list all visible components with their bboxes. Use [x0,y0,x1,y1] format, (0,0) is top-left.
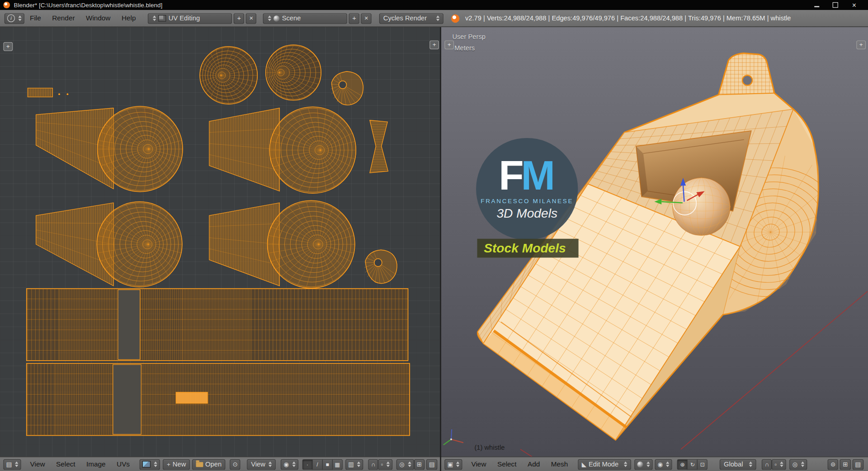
region-expand-icon[interactable]: + [444,40,454,49]
menu-image[interactable]: Image [81,461,111,468]
spinner-icon [456,461,459,467]
mode-dropdown[interactable]: ◣ Edit Mode [578,459,631,469]
title-bar: Blender* [C:\Users\franc\Desktop\whistle… [0,0,868,10]
snap-magnet-icon: ∩ [371,461,376,467]
editor-type-info-button[interactable]: i [5,13,24,24]
snap-target-button[interactable]: ▫ [772,459,786,469]
render-layers-button[interactable]: ▤ [852,459,863,469]
delete-layout-button[interactable]: × [246,13,256,24]
render-preview-button[interactable]: ⊚ [828,459,839,469]
scene-icon [274,15,279,21]
pivot-icon: ◉ [658,461,663,467]
spinner-icon [646,461,650,467]
menu-view[interactable]: View [466,461,491,468]
menu-view[interactable]: View [24,461,50,468]
menu-file[interactable]: File [24,14,47,22]
sticky-icon: ▥ [348,461,354,467]
spinner-icon [292,461,295,467]
uv-canvas[interactable] [0,27,440,457]
menu-window[interactable]: Window [80,14,116,22]
main-area: + + User Persp Meters (1) whistle FM FRA… [0,27,868,457]
snap-target-icon: ▫ [381,461,383,467]
render-icon: ⊚ [830,461,835,467]
spinner-icon [780,461,783,467]
manipulator-scale-button[interactable]: ⊡ [697,459,708,469]
menu-select[interactable]: Select [492,461,522,468]
translate-icon: ⊕ [680,461,685,467]
window-controls: × [807,0,863,10]
menu-select[interactable]: Select [51,461,81,468]
snap-toggle-button[interactable]: ∩ [368,459,378,469]
viewport-shading-button[interactable] [634,459,652,469]
uv-island-select-button[interactable]: ▦ [332,459,343,469]
face-select-icon: ■ [326,461,329,467]
watermark-badge: Stock Models [477,239,579,258]
folder-icon [196,462,203,467]
viewport-3d[interactable]: User Persp Meters (1) whistle FM FRANCES… [441,27,868,457]
pin-image-button[interactable]: ⊙ [230,459,241,469]
pivot-center-button[interactable]: ◉ [655,459,672,469]
menu-render[interactable]: Render [47,14,80,22]
screen-layout-value: UV Editing [169,14,200,22]
engine-value: Cycles Render [383,14,427,22]
spinner-icon [18,15,21,21]
render-engine-dropdown[interactable]: Cycles Render [379,13,443,24]
uv-face-select-button[interactable]: ■ [322,459,332,469]
close-button[interactable]: × [845,0,864,10]
minimize-icon [814,3,819,7]
menu-mesh[interactable]: Mesh [545,461,573,468]
spinner-icon [801,461,804,467]
screen-layout-selector[interactable]: UV Editing [148,13,232,24]
scene-selector[interactable]: Scene [263,13,347,24]
proportional-edit-button[interactable]: ◎ [789,459,807,469]
uv-editor-header: ▤ View Select Image UVs + New Open ⊙ [0,457,440,471]
orientation-dropdown[interactable]: Global [720,459,756,469]
rotate-icon: ↻ [690,461,695,467]
uv-vertex-select-button[interactable]: ∙ [302,459,312,469]
close-icon: × [249,14,253,22]
shading-sphere-icon [637,461,643,467]
editor-type-3d-button[interactable]: ▣ [444,459,462,469]
region-expand-icon[interactable]: + [856,40,866,49]
uv-editor[interactable]: + + [0,27,440,457]
blender-logo-icon [3,2,10,9]
spinner-icon [268,15,271,21]
pivot-center-button[interactable]: ◉ [281,459,298,469]
watermark-logo: FM FRANCESCO MILANESE 3D Models [476,138,578,240]
snap-toggle-button[interactable]: ∩ [762,459,772,469]
image-browse-button[interactable] [140,459,160,469]
delete-scene-button[interactable]: × [361,13,372,24]
watermark-line2: 3D Models [496,206,557,221]
view-name-label: User Persp [452,33,486,40]
spinner-icon [436,15,439,21]
uv-overlay-button[interactable]: ⊞ [414,459,425,469]
proportional-edit-button[interactable]: ◎ [396,459,414,469]
add-scene-button[interactable]: + [349,13,359,24]
sticky-select-button[interactable]: ▥ [345,459,363,469]
snap-target-button[interactable]: ▫ [378,459,393,469]
new-image-button[interactable]: + New [163,459,189,469]
screen-layout-icon [159,15,166,22]
manipulator-rotate-button[interactable]: ↻ [687,459,698,469]
menu-uvs[interactable]: UVs [111,461,135,468]
menu-add[interactable]: Add [522,461,546,468]
region-expand-icon[interactable]: + [429,40,439,49]
uv-display-button[interactable]: ▤ [426,459,438,469]
render-border-button[interactable]: ⊞ [840,459,851,469]
viewport-header: ▣ View Select Add Mesh ◣ Edit Mode ◉ ⊕ [441,457,868,471]
editor-mode-dropdown[interactable]: View [247,459,276,469]
maximize-button[interactable] [826,0,845,10]
region-expand-icon[interactable]: + [3,42,13,51]
menu-help[interactable]: Help [116,14,142,22]
layers-icon: ▤ [855,461,861,467]
manipulator-translate-button[interactable]: ⊕ [677,459,688,469]
add-layout-button[interactable]: + [234,13,244,24]
island-select-icon: ▦ [335,461,340,467]
spinner-icon [408,461,411,467]
minimize-button[interactable] [807,0,826,10]
open-image-button[interactable]: Open [192,459,226,469]
object-info-label: (1) whistle [474,444,505,452]
uv-edge-select-button[interactable]: / [312,459,322,469]
editor-type-image-button[interactable]: ▤ [3,459,21,469]
editor-headers: ▤ View Select Image UVs + New Open ⊙ [0,457,868,471]
